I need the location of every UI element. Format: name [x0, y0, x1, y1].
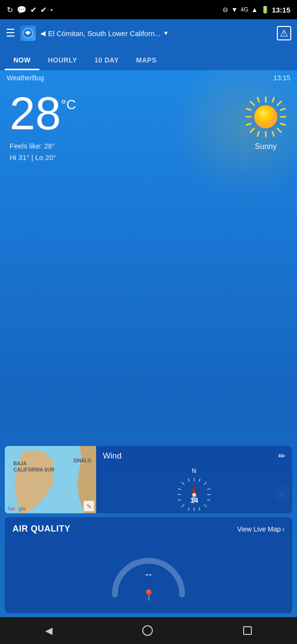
air-quality-header: AIR QUALITY View Live Map › [12, 524, 285, 534]
weatherbug-bar: WeatherBug 13:15 [0, 70, 297, 86]
svg-line-14 [247, 109, 251, 110]
sun-container: Sunny [244, 95, 287, 151]
wind-card: BAJACALIFORNIA SUR SINALO Google ⤡ Wind … [5, 446, 292, 513]
svg-line-35 [178, 489, 181, 490]
recents-button[interactable] [243, 626, 252, 635]
air-quality-title: AIR QUALITY [12, 524, 71, 534]
signal-icon: ▲ [251, 6, 258, 13]
svg-line-30 [182, 505, 185, 507]
compass-container: N [103, 467, 285, 513]
view-live-map-label: View Live Map [237, 525, 281, 533]
svg-line-27 [182, 483, 185, 485]
temperature-display: 28 °C [10, 90, 76, 136]
edit-wind-icon[interactable]: ✏ [278, 451, 285, 461]
weather-condition: Sunny [255, 142, 276, 151]
feels-like-text: Feels like: 28° [10, 140, 76, 152]
air-quality-card: AIR QUALITY View Live Map › -- 📍 [5, 517, 292, 613]
location-row[interactable]: ◀ El Cómitan, South Lower Californ... ▼ [40, 29, 272, 37]
svg-line-8 [277, 101, 281, 105]
home-button[interactable] [142, 625, 153, 636]
dot-icon: ● [50, 8, 53, 12]
air-quality-gauge: -- 📍 [108, 539, 189, 607]
tab-maps[interactable]: MAPS [127, 51, 165, 70]
svg-line-28 [204, 505, 207, 507]
air-quality-value: -- [145, 569, 151, 580]
wind-title: Wind [103, 451, 122, 461]
sun-icon [244, 95, 287, 138]
svg-line-16 [281, 109, 285, 110]
temperature-section: 28 °C Feels like: 28° Hi 31° | Lo 20° [10, 90, 76, 163]
status-bar: ↻ 💬 ✔ ✔ ● ⊖ ▼ 4G ▲ 🔋 13:15 [0, 0, 297, 19]
app-header: ☰ ◀ El Cómitan, South Lower Californ... … [0, 19, 297, 47]
chevron-right-icon: › [282, 525, 285, 533]
compass-north-label: N [192, 467, 196, 474]
bottom-cards: BAJACALIFORNIA SUR SINALO Google ⤡ Wind … [0, 442, 297, 617]
svg-line-33 [188, 508, 189, 511]
svg-line-12 [258, 132, 259, 136]
weather-main: WeatherBug 13:15 28 °C Feels like: 28° H… [0, 70, 297, 617]
location-pin-icon: 📍 [142, 589, 155, 602]
warning-symbol: ⚠ [280, 27, 288, 39]
refresh-icon: ↻ [7, 5, 13, 14]
weatherbug-time: 13:15 [273, 74, 290, 82]
svg-line-29 [204, 483, 207, 485]
compass-svg [175, 475, 213, 513]
android-nav-bar: ◀ [0, 617, 297, 644]
svg-line-34 [199, 508, 200, 511]
tab-now[interactable]: NOW [5, 51, 39, 70]
network-4g-icon: 4G [241, 6, 248, 13]
check-icon-2: ✔ [40, 5, 47, 14]
tab-10day[interactable]: 10 DAY [86, 51, 128, 70]
view-live-map-button[interactable]: View Live Map › [237, 525, 285, 533]
wind-info: Wind ✏ N [96, 446, 292, 513]
svg-line-17 [281, 124, 285, 125]
wind-speed-value: 14 [190, 495, 198, 504]
whatsapp-icon: 💬 [17, 5, 26, 14]
svg-line-7 [277, 128, 281, 132]
svg-line-11 [272, 98, 274, 102]
menu-icon[interactable]: ☰ [6, 27, 15, 39]
google-logo: Google [8, 506, 26, 511]
svg-line-31 [188, 479, 189, 482]
svg-line-15 [247, 124, 251, 125]
alert-icon[interactable]: ⚠ [277, 26, 291, 40]
svg-line-9 [250, 128, 254, 132]
temperature-unit: °C [61, 97, 76, 112]
status-icons-right: ⊖ ▼ 4G ▲ 🔋 13:15 [223, 6, 290, 14]
battery-icon: 🔋 [261, 6, 269, 13]
temperature-value: 28 [10, 90, 61, 136]
compass: 14 [175, 475, 213, 513]
location-text: El Cómitan, South Lower Californ... [48, 29, 161, 37]
expand-map-icon[interactable]: ⤡ [84, 501, 94, 511]
svg-point-18 [254, 105, 277, 128]
map-image: BAJACALIFORNIA SUR SINALO Google ⤡ [5, 446, 96, 513]
status-icons-left: ↻ 💬 ✔ ✔ ● [7, 5, 53, 14]
current-weather-section: 28 °C Feels like: 28° Hi 31° | Lo 20° [0, 86, 297, 163]
tab-hourly[interactable]: HOURLY [39, 51, 86, 70]
map-label-baja: BAJACALIFORNIA SUR [13, 460, 54, 473]
location-dropdown-icon: ▼ [163, 30, 169, 37]
svg-line-37 [208, 489, 210, 490]
back-button[interactable]: ◀ [45, 625, 52, 636]
map-svg [5, 446, 96, 513]
svg-line-6 [250, 101, 254, 105]
app-logo [20, 25, 36, 41]
svg-line-38 [208, 500, 210, 501]
status-time: 13:15 [272, 6, 290, 14]
wifi-icon: ▼ [231, 6, 238, 13]
wind-header: Wind ✏ [103, 451, 285, 461]
weatherbug-brand: WeatherBug [7, 74, 44, 82]
svg-line-36 [178, 500, 181, 501]
svg-point-1 [26, 32, 29, 35]
location-arrow-icon: ◀ [40, 29, 46, 37]
check-icon-1: ✔ [30, 5, 37, 14]
svg-line-32 [199, 479, 200, 482]
nav-tabs: NOW HOURLY 10 DAY MAPS [0, 47, 297, 70]
minus-circle-icon: ⊖ [223, 6, 228, 13]
air-quality-gauge-container: -- 📍 [12, 542, 285, 604]
map-label-sinalo: SINALO [73, 458, 91, 463]
hi-lo-text: Hi 31° | Lo 20° [10, 152, 76, 163]
map-thumbnail: BAJACALIFORNIA SUR SINALO Google ⤡ [5, 446, 96, 513]
svg-line-13 [272, 132, 274, 136]
feels-like: Feels like: 28° Hi 31° | Lo 20° [10, 140, 76, 163]
